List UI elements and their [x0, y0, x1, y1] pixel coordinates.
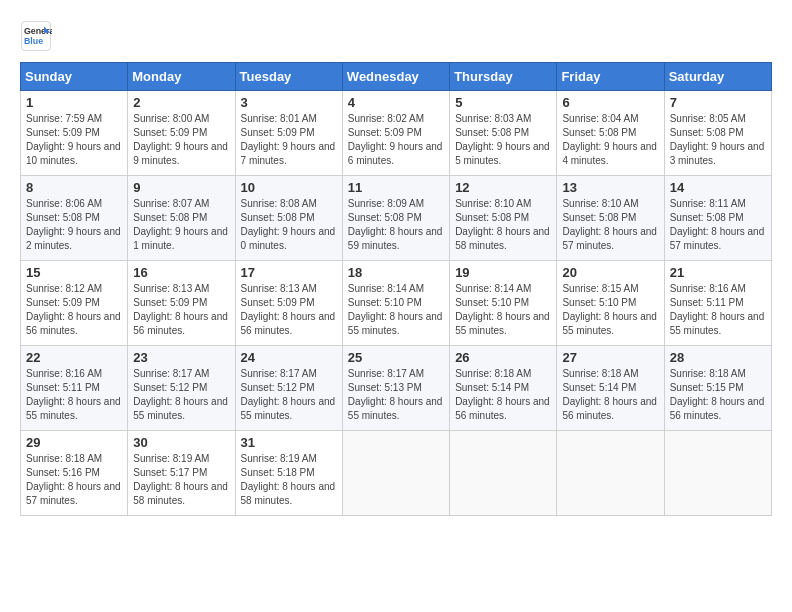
day-info: Sunrise: 8:16 AMSunset: 5:11 PMDaylight:…	[670, 282, 766, 338]
weekday-header: Friday	[557, 63, 664, 91]
day-info: Sunrise: 8:01 AMSunset: 5:09 PMDaylight:…	[241, 112, 337, 168]
calendar-cell: 28Sunrise: 8:18 AMSunset: 5:15 PMDayligh…	[664, 346, 771, 431]
day-number: 7	[670, 95, 766, 110]
calendar-cell: 20Sunrise: 8:15 AMSunset: 5:10 PMDayligh…	[557, 261, 664, 346]
weekday-header: Saturday	[664, 63, 771, 91]
logo: General Blue	[20, 20, 52, 52]
day-info: Sunrise: 8:14 AMSunset: 5:10 PMDaylight:…	[455, 282, 551, 338]
day-info: Sunrise: 8:16 AMSunset: 5:11 PMDaylight:…	[26, 367, 122, 423]
day-number: 9	[133, 180, 229, 195]
calendar-cell: 7Sunrise: 8:05 AMSunset: 5:08 PMDaylight…	[664, 91, 771, 176]
day-number: 31	[241, 435, 337, 450]
calendar-cell	[557, 431, 664, 516]
day-info: Sunrise: 8:13 AMSunset: 5:09 PMDaylight:…	[241, 282, 337, 338]
calendar-cell: 26Sunrise: 8:18 AMSunset: 5:14 PMDayligh…	[450, 346, 557, 431]
calendar-cell: 12Sunrise: 8:10 AMSunset: 5:08 PMDayligh…	[450, 176, 557, 261]
calendar-cell: 29Sunrise: 8:18 AMSunset: 5:16 PMDayligh…	[21, 431, 128, 516]
day-info: Sunrise: 8:07 AMSunset: 5:08 PMDaylight:…	[133, 197, 229, 253]
day-info: Sunrise: 8:19 AMSunset: 5:18 PMDaylight:…	[241, 452, 337, 508]
day-number: 2	[133, 95, 229, 110]
day-info: Sunrise: 8:19 AMSunset: 5:17 PMDaylight:…	[133, 452, 229, 508]
day-info: Sunrise: 8:18 AMSunset: 5:15 PMDaylight:…	[670, 367, 766, 423]
day-number: 13	[562, 180, 658, 195]
day-info: Sunrise: 8:03 AMSunset: 5:08 PMDaylight:…	[455, 112, 551, 168]
page-header: General Blue	[20, 20, 772, 52]
weekday-row: SundayMondayTuesdayWednesdayThursdayFrid…	[21, 63, 772, 91]
calendar-cell	[664, 431, 771, 516]
day-number: 10	[241, 180, 337, 195]
day-info: Sunrise: 8:05 AMSunset: 5:08 PMDaylight:…	[670, 112, 766, 168]
calendar-cell: 14Sunrise: 8:11 AMSunset: 5:08 PMDayligh…	[664, 176, 771, 261]
calendar-cell: 1Sunrise: 7:59 AMSunset: 5:09 PMDaylight…	[21, 91, 128, 176]
calendar-table: SundayMondayTuesdayWednesdayThursdayFrid…	[20, 62, 772, 516]
calendar-week-row: 22Sunrise: 8:16 AMSunset: 5:11 PMDayligh…	[21, 346, 772, 431]
calendar-cell: 13Sunrise: 8:10 AMSunset: 5:08 PMDayligh…	[557, 176, 664, 261]
day-number: 26	[455, 350, 551, 365]
day-number: 21	[670, 265, 766, 280]
day-number: 1	[26, 95, 122, 110]
day-number: 3	[241, 95, 337, 110]
calendar-cell	[450, 431, 557, 516]
day-number: 23	[133, 350, 229, 365]
weekday-header: Tuesday	[235, 63, 342, 91]
day-info: Sunrise: 8:15 AMSunset: 5:10 PMDaylight:…	[562, 282, 658, 338]
calendar-cell: 8Sunrise: 8:06 AMSunset: 5:08 PMDaylight…	[21, 176, 128, 261]
calendar-header: SundayMondayTuesdayWednesdayThursdayFrid…	[21, 63, 772, 91]
day-number: 12	[455, 180, 551, 195]
day-info: Sunrise: 8:00 AMSunset: 5:09 PMDaylight:…	[133, 112, 229, 168]
day-info: Sunrise: 8:09 AMSunset: 5:08 PMDaylight:…	[348, 197, 444, 253]
day-number: 14	[670, 180, 766, 195]
calendar-week-row: 1Sunrise: 7:59 AMSunset: 5:09 PMDaylight…	[21, 91, 772, 176]
calendar-cell: 3Sunrise: 8:01 AMSunset: 5:09 PMDaylight…	[235, 91, 342, 176]
day-number: 16	[133, 265, 229, 280]
calendar-cell: 23Sunrise: 8:17 AMSunset: 5:12 PMDayligh…	[128, 346, 235, 431]
calendar-week-row: 8Sunrise: 8:06 AMSunset: 5:08 PMDaylight…	[21, 176, 772, 261]
day-info: Sunrise: 8:17 AMSunset: 5:13 PMDaylight:…	[348, 367, 444, 423]
day-number: 6	[562, 95, 658, 110]
day-info: Sunrise: 7:59 AMSunset: 5:09 PMDaylight:…	[26, 112, 122, 168]
calendar-cell: 22Sunrise: 8:16 AMSunset: 5:11 PMDayligh…	[21, 346, 128, 431]
day-number: 5	[455, 95, 551, 110]
day-info: Sunrise: 8:13 AMSunset: 5:09 PMDaylight:…	[133, 282, 229, 338]
weekday-header: Sunday	[21, 63, 128, 91]
day-number: 4	[348, 95, 444, 110]
day-number: 15	[26, 265, 122, 280]
day-number: 28	[670, 350, 766, 365]
calendar-cell: 2Sunrise: 8:00 AMSunset: 5:09 PMDaylight…	[128, 91, 235, 176]
day-number: 19	[455, 265, 551, 280]
calendar-cell: 16Sunrise: 8:13 AMSunset: 5:09 PMDayligh…	[128, 261, 235, 346]
weekday-header: Monday	[128, 63, 235, 91]
day-number: 8	[26, 180, 122, 195]
calendar-week-row: 29Sunrise: 8:18 AMSunset: 5:16 PMDayligh…	[21, 431, 772, 516]
calendar-cell: 4Sunrise: 8:02 AMSunset: 5:09 PMDaylight…	[342, 91, 449, 176]
calendar-cell: 11Sunrise: 8:09 AMSunset: 5:08 PMDayligh…	[342, 176, 449, 261]
day-info: Sunrise: 8:10 AMSunset: 5:08 PMDaylight:…	[562, 197, 658, 253]
day-info: Sunrise: 8:17 AMSunset: 5:12 PMDaylight:…	[241, 367, 337, 423]
day-info: Sunrise: 8:18 AMSunset: 5:14 PMDaylight:…	[562, 367, 658, 423]
day-number: 22	[26, 350, 122, 365]
day-info: Sunrise: 8:17 AMSunset: 5:12 PMDaylight:…	[133, 367, 229, 423]
calendar-cell: 5Sunrise: 8:03 AMSunset: 5:08 PMDaylight…	[450, 91, 557, 176]
day-info: Sunrise: 8:02 AMSunset: 5:09 PMDaylight:…	[348, 112, 444, 168]
calendar-cell: 6Sunrise: 8:04 AMSunset: 5:08 PMDaylight…	[557, 91, 664, 176]
day-info: Sunrise: 8:11 AMSunset: 5:08 PMDaylight:…	[670, 197, 766, 253]
calendar-cell: 30Sunrise: 8:19 AMSunset: 5:17 PMDayligh…	[128, 431, 235, 516]
day-info: Sunrise: 8:12 AMSunset: 5:09 PMDaylight:…	[26, 282, 122, 338]
calendar-week-row: 15Sunrise: 8:12 AMSunset: 5:09 PMDayligh…	[21, 261, 772, 346]
day-number: 24	[241, 350, 337, 365]
day-number: 11	[348, 180, 444, 195]
day-info: Sunrise: 8:14 AMSunset: 5:10 PMDaylight:…	[348, 282, 444, 338]
day-number: 17	[241, 265, 337, 280]
day-number: 25	[348, 350, 444, 365]
day-number: 18	[348, 265, 444, 280]
calendar-cell: 15Sunrise: 8:12 AMSunset: 5:09 PMDayligh…	[21, 261, 128, 346]
day-info: Sunrise: 8:10 AMSunset: 5:08 PMDaylight:…	[455, 197, 551, 253]
calendar-body: 1Sunrise: 7:59 AMSunset: 5:09 PMDaylight…	[21, 91, 772, 516]
calendar-cell: 18Sunrise: 8:14 AMSunset: 5:10 PMDayligh…	[342, 261, 449, 346]
calendar-cell: 17Sunrise: 8:13 AMSunset: 5:09 PMDayligh…	[235, 261, 342, 346]
calendar-cell: 24Sunrise: 8:17 AMSunset: 5:12 PMDayligh…	[235, 346, 342, 431]
weekday-header: Thursday	[450, 63, 557, 91]
day-info: Sunrise: 8:06 AMSunset: 5:08 PMDaylight:…	[26, 197, 122, 253]
calendar-cell: 10Sunrise: 8:08 AMSunset: 5:08 PMDayligh…	[235, 176, 342, 261]
day-number: 20	[562, 265, 658, 280]
